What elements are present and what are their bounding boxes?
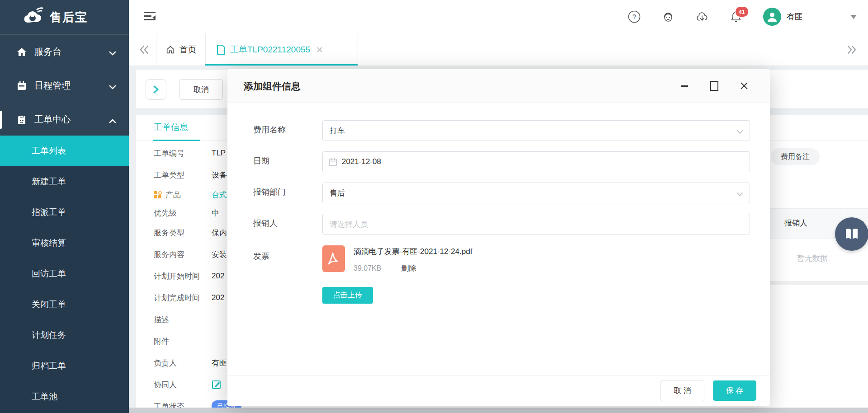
person-select[interactable]: 请选择人员 [322, 214, 750, 235]
chevron-right-icon [153, 85, 159, 94]
sidebar-item-label: 日程管理 [34, 80, 71, 92]
active-indicator [0, 111, 2, 129]
delete-file-link[interactable]: 删除 [401, 263, 416, 273]
app-logo[interactable]: 售后宝 [0, 0, 129, 35]
double-chevron-left-icon [139, 45, 150, 55]
user-menu-caret-icon[interactable] [850, 15, 857, 19]
department-row: 报销部门 售后 [253, 183, 750, 203]
expense-name-select[interactable]: 打车 [322, 120, 750, 141]
cloud-wrench-logo-icon [22, 6, 45, 28]
sidebar-item-audit-settlement[interactable]: 审核结算 [0, 228, 129, 258]
tabs-scroll-right-button[interactable] [844, 42, 859, 57]
minimize-icon[interactable] [679, 81, 689, 91]
cancel-workorder-button[interactable]: 取消 [179, 79, 223, 100]
tab-home[interactable]: 首页 [156, 33, 206, 66]
sidebar-item-label: 服务台 [34, 46, 61, 58]
invoice-row: 发票 滴滴电子发票-有匪-2021-12-24.pdf 39.07KB 删除 [253, 245, 472, 273]
field-label: 发票 [253, 245, 322, 273]
date-picker[interactable]: 2021-12-08 [322, 151, 750, 172]
modal-cancel-button[interactable]: 取 消 [660, 380, 704, 401]
username: 有匪 [787, 11, 803, 22]
field-value: 有匪 [212, 358, 227, 368]
field-label: 计划完成时间 [136, 293, 212, 303]
sidebar-item-service-desk[interactable]: 服务台 [0, 35, 129, 69]
invoice-file-size: 39.07KB [354, 264, 381, 272]
sidebar-item-close-workorder[interactable]: 关闭工单 [0, 289, 129, 320]
svg-text:?: ? [632, 13, 636, 20]
tab-expense-note[interactable]: 费用备注 [771, 148, 820, 165]
maximize-icon[interactable] [709, 81, 719, 91]
close-tab-icon[interactable] [316, 47, 323, 53]
field-label: 报销人 [253, 214, 322, 235]
add-component-modal: 添加组件信息 费用名称 打车 日期 2021-12-08 [227, 69, 770, 406]
field-label: 描述 [136, 314, 212, 325]
home-outline-icon [165, 45, 175, 55]
field-value: 安装 [212, 249, 227, 260]
help-button[interactable]: ? [627, 10, 641, 23]
home-icon [16, 47, 28, 57]
notification-badge: 41 [735, 6, 749, 18]
field-label: 附件 [136, 336, 212, 347]
avatar[interactable] [763, 8, 781, 26]
person-icon [766, 11, 778, 23]
edit-collaborator-icon[interactable] [212, 380, 222, 390]
calendar-icon [329, 158, 337, 166]
field-label: 产品 [136, 190, 212, 200]
sidebar-item-new-workorder[interactable]: 新建工单 [0, 166, 129, 197]
modal-footer: 取 消 保 存 [227, 375, 770, 406]
field-value: 保内 [212, 228, 227, 238]
horizontal-scrollbar[interactable] [129, 408, 868, 413]
active-tab-underline [205, 64, 358, 66]
sidebar-item-return-visit[interactable]: 回访工单 [0, 258, 129, 289]
modal-header: 添加组件信息 [227, 69, 770, 103]
close-icon[interactable] [739, 81, 749, 91]
selected-value: 打车 [330, 126, 345, 136]
page-tab-bar: 首页 工单TLP0221120055 [129, 33, 868, 66]
notifications-button[interactable]: 41 [729, 10, 743, 23]
product-link[interactable]: 台式 [212, 190, 227, 200]
sidebar-item-label: 工单中心 [34, 113, 71, 126]
sidebar-item-assign-workorder[interactable]: 指派工单 [0, 197, 129, 228]
field-label: 优先级 [136, 208, 212, 218]
tab-workorder[interactable]: 工单TLP0221120055 [205, 33, 358, 66]
field-value: 中 [212, 208, 219, 218]
collapse-arrow-icon [152, 15, 156, 20]
field-label: 负责人 [136, 358, 212, 368]
detail-tab-underline [153, 140, 200, 141]
field-label: 计划开始时间 [136, 271, 212, 282]
chevron-down-icon [109, 83, 116, 91]
knowledge-base-button[interactable] [835, 217, 868, 251]
sidebar-item-schedule[interactable]: 日程管理 [0, 69, 129, 103]
sidebar-item-workorder-center[interactable]: 工单中心 [0, 103, 129, 136]
customer-service-button[interactable] [661, 10, 675, 23]
download-center-button[interactable] [695, 10, 709, 23]
invoice-file-name[interactable]: 滴滴电子发票-有匪-2021-12-24.pdf [354, 246, 472, 257]
app-window: 售后宝 服务台 日程管理 工单中心 [0, 0, 868, 413]
modal-save-button[interactable]: 保 存 [713, 380, 756, 401]
sidebar-item-planned-tasks[interactable]: 计划任务 [0, 320, 129, 351]
person-row: 报销人 请选择人员 [253, 214, 750, 235]
sidebar-item-workorder-pool[interactable]: 工单池 [0, 381, 129, 412]
sidebar-item-workorder-list[interactable]: 工单列表 [0, 136, 129, 166]
pdf-file-icon[interactable] [322, 245, 345, 272]
upload-button[interactable]: 点击上传 [322, 287, 373, 304]
collapse-sidebar-button[interactable] [144, 12, 156, 22]
tab-workorder-info[interactable]: 工单信息 [154, 122, 188, 133]
logo-text: 售后宝 [50, 9, 88, 25]
expense-name-row: 费用名称 打车 [253, 120, 750, 141]
expand-panel-button[interactable] [146, 79, 166, 100]
date-value: 2021-12-08 [342, 157, 381, 166]
department-select[interactable]: 售后 [322, 183, 750, 203]
workorder-submenu: 工单列表 新建工单 指派工单 审核结算 回访工单 关闭工单 计划任务 归档工单 … [0, 136, 129, 413]
double-chevron-right-icon [846, 45, 857, 55]
top-header: ? 41 有匪 [129, 0, 868, 34]
clipboard-icon [16, 114, 28, 125]
sidebar-item-archived-workorder[interactable]: 归档工单 [0, 351, 129, 381]
tabs-scroll-left-button[interactable] [137, 42, 151, 57]
field-label: 协同人 [136, 380, 212, 390]
date-row: 日期 2021-12-08 [253, 151, 750, 172]
tab-label: 工单TLP0221120055 [230, 44, 310, 56]
field-label: 报销部门 [253, 183, 322, 203]
tab-label: 首页 [179, 44, 197, 56]
chevron-up-icon [109, 117, 116, 125]
